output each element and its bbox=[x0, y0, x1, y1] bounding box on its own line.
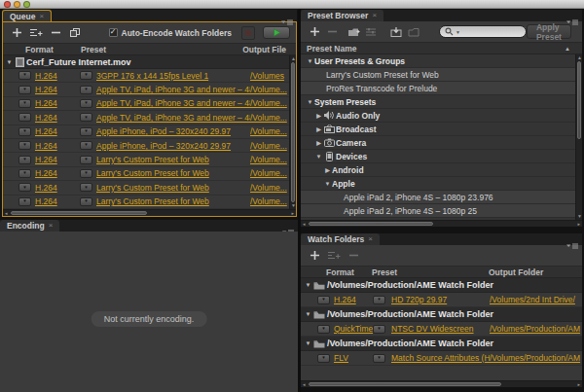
format-dropdown[interactable] bbox=[18, 169, 31, 178]
preset-dropdown[interactable] bbox=[80, 99, 92, 108]
output-folder-link[interactable]: /Volumes/Production/AM bbox=[490, 324, 582, 334]
import-preset-icon[interactable] bbox=[388, 25, 404, 39]
queue-source-row[interactable]: Cerf_Future Internet.mov bbox=[3, 55, 289, 69]
output-file-link[interactable]: /Volumes bbox=[250, 71, 289, 81]
queue-output-row[interactable]: H.264Apple iPhone, iPod – 320x240 29.97/… bbox=[3, 139, 289, 153]
queue-output-row[interactable]: H.264Larry's Custom Preset for Web/Volum… bbox=[3, 167, 289, 181]
panel-menu-icon[interactable] bbox=[566, 13, 578, 19]
format-link[interactable]: H.264 bbox=[35, 183, 80, 193]
preset-link[interactable]: Match Source Attributes (H. bbox=[391, 353, 490, 363]
watch-output-row[interactable]: QuickTimeNTSC DV Widescreen/Volumes/Prod… bbox=[301, 322, 582, 337]
remove-icon[interactable] bbox=[48, 26, 63, 40]
close-tab-icon[interactable]: × bbox=[372, 12, 377, 19]
preset-name-header[interactable]: Preset Name bbox=[301, 43, 582, 54]
minimize-window-button[interactable] bbox=[14, 1, 20, 8]
preset-dropdown[interactable] bbox=[80, 86, 92, 94]
duplicate-icon[interactable] bbox=[67, 26, 83, 40]
output-file-link[interactable]: /Volume... bbox=[250, 168, 289, 178]
add-output-icon[interactable] bbox=[28, 26, 44, 40]
tab-watch-folders[interactable]: Watch Folders × bbox=[301, 233, 380, 245]
scroll-up-icon[interactable] bbox=[290, 55, 296, 62]
format-link[interactable]: H.264 bbox=[35, 113, 80, 123]
queue-horizontal-scrollbar[interactable] bbox=[3, 209, 296, 216]
disclosure-icon[interactable] bbox=[323, 181, 332, 187]
close-tab-icon[interactable]: × bbox=[39, 13, 44, 20]
tab-queue[interactable]: Queue × bbox=[2, 10, 52, 21]
preset-item[interactable]: ProRes Transcode for Prelude bbox=[301, 82, 575, 95]
output-file-link[interactable]: /Volume... bbox=[250, 141, 289, 151]
column-format[interactable]: Format bbox=[25, 45, 81, 54]
watch-folder-row[interactable]: /Volumes/Production/AME Watch Folder bbox=[301, 278, 582, 293]
format-link[interactable]: H.264 bbox=[35, 155, 80, 164]
scroll-down-icon[interactable] bbox=[290, 202, 296, 209]
disclosure-icon[interactable] bbox=[314, 139, 323, 146]
format-dropdown[interactable] bbox=[317, 296, 330, 304]
panel-menu-icon[interactable] bbox=[282, 223, 294, 230]
preset-group[interactable]: Apple bbox=[301, 177, 575, 191]
preset-vertical-scrollbar[interactable] bbox=[575, 54, 582, 220]
watch-output-row[interactable]: FLVMatch Source Attributes (H./Volumes/P… bbox=[301, 351, 582, 366]
output-file-link[interactable]: /Volume... bbox=[250, 155, 289, 164]
format-link[interactable]: H.264 bbox=[35, 168, 80, 178]
preset-link[interactable]: 3GPP 176 x 144 15fps Level 1 bbox=[96, 71, 250, 81]
stop-queue-button[interactable] bbox=[241, 26, 255, 40]
watch-folders-horizontal-scrollbar[interactable] bbox=[301, 380, 582, 387]
disclosure-icon[interactable] bbox=[304, 340, 312, 346]
format-dropdown[interactable] bbox=[18, 197, 31, 206]
preset-dropdown[interactable] bbox=[373, 325, 385, 334]
preset-link[interactable]: HD 720p 29.97 bbox=[391, 295, 490, 304]
tab-encoding[interactable]: Encoding × bbox=[0, 220, 59, 232]
queue-output-row[interactable]: H.2643GPP 176 x 144 15fps Level 1/Volume… bbox=[3, 69, 289, 83]
preset-link[interactable]: Larry's Custom Preset for Web bbox=[96, 155, 250, 164]
preset-link[interactable]: Larry's Custom Preset for Web bbox=[96, 196, 250, 206]
disclosure-icon[interactable] bbox=[304, 282, 312, 288]
watch-folder-row[interactable]: /Volumes/Production/AME Watch Folder bbox=[301, 337, 582, 351]
scroll-up-icon[interactable] bbox=[576, 54, 582, 61]
format-link[interactable]: FLV bbox=[334, 353, 373, 363]
output-file-link[interactable]: /Volume... bbox=[250, 98, 289, 108]
format-dropdown[interactable] bbox=[18, 156, 31, 164]
output-file-link[interactable]: /Volume... bbox=[250, 85, 289, 94]
column-preset-name[interactable]: Preset Name bbox=[307, 44, 357, 53]
format-link[interactable]: H.264 bbox=[35, 85, 80, 94]
apply-preset-button[interactable]: Apply Preset bbox=[527, 24, 571, 39]
preset-item[interactable]: Apple iPad 2, iPhone 4S – 1080p 23.976 bbox=[301, 191, 575, 204]
preset-link[interactable]: Apple TV, iPad, iPhone 3G and newer – 48… bbox=[96, 85, 250, 94]
remove-icon[interactable] bbox=[346, 249, 361, 263]
disclosure-icon[interactable] bbox=[323, 166, 332, 173]
format-link[interactable]: QuickTime bbox=[334, 324, 373, 334]
queue-column-header[interactable]: Format Preset Output File bbox=[3, 44, 296, 55]
preset-dropdown[interactable] bbox=[80, 183, 92, 192]
preset-dropdown[interactable] bbox=[80, 71, 92, 80]
remove-preset-icon[interactable] bbox=[324, 25, 340, 39]
format-dropdown[interactable] bbox=[18, 127, 31, 136]
close-tab-icon[interactable]: × bbox=[49, 222, 54, 230]
preset-group[interactable]: Android bbox=[301, 163, 575, 177]
queue-output-row[interactable]: H.264Larry's Custom Preset for Web/Volum… bbox=[3, 196, 289, 209]
sort-ascending-icon[interactable] bbox=[565, 46, 570, 52]
queue-output-row[interactable]: H.264Larry's Custom Preset for Web/Volum… bbox=[3, 181, 289, 195]
add-source-icon[interactable] bbox=[9, 26, 24, 40]
auto-encode-checkbox[interactable] bbox=[109, 28, 118, 37]
disclosure-icon[interactable] bbox=[5, 59, 14, 65]
preset-item[interactable]: Larry's Custom Preset for Web bbox=[301, 68, 575, 82]
queue-output-row[interactable]: H.264Apple TV, iPad, iPhone 3G and newer… bbox=[3, 111, 289, 125]
format-link[interactable]: H.264 bbox=[334, 295, 373, 304]
new-group-icon[interactable] bbox=[346, 25, 361, 39]
add-watch-folder-icon[interactable] bbox=[307, 249, 322, 263]
preset-link[interactable]: Larry's Custom Preset for Web bbox=[96, 168, 250, 178]
watch-output-row[interactable]: H.264HD 720p 29.97/Volumes/2nd Int Drive… bbox=[301, 293, 582, 307]
preset-group[interactable]: Broadcast bbox=[301, 123, 575, 136]
panel-menu-icon[interactable] bbox=[566, 236, 578, 243]
column-preset[interactable]: Preset bbox=[81, 45, 242, 54]
output-file-link[interactable]: /Volume... bbox=[250, 113, 289, 123]
preset-group[interactable]: Audio Only bbox=[301, 109, 575, 123]
format-link[interactable]: H.264 bbox=[35, 71, 80, 81]
preset-link[interactable]: NTSC DV Widescreen bbox=[391, 324, 490, 334]
format-dropdown[interactable] bbox=[18, 71, 31, 80]
add-preset-icon[interactable] bbox=[307, 25, 322, 39]
column-output-file[interactable]: Output File bbox=[242, 45, 286, 54]
column-output-folder[interactable]: Output Folder bbox=[489, 267, 543, 277]
preset-dropdown[interactable] bbox=[80, 127, 92, 136]
format-dropdown[interactable] bbox=[18, 113, 31, 122]
